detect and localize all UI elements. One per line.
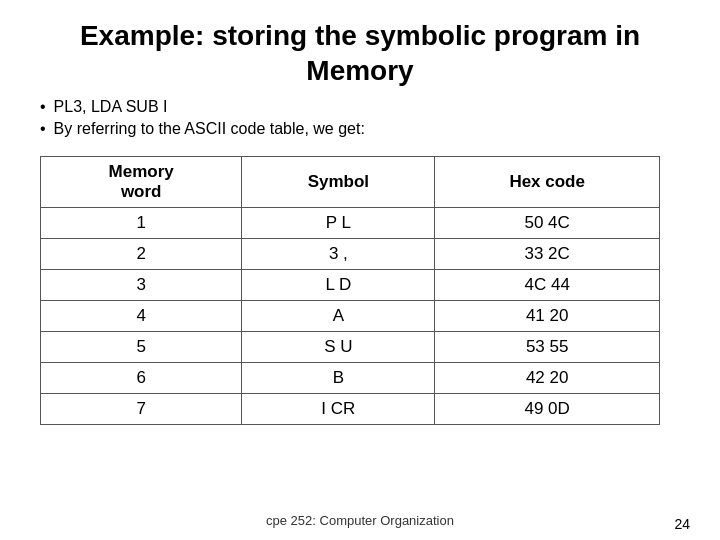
footer: cpe 252: Computer Organization <box>0 513 720 532</box>
table-header-row: Memoryword Symbol Hex code <box>41 157 660 208</box>
footer-page-number: 24 <box>674 516 690 532</box>
cell-symbol: P L <box>242 208 435 239</box>
cell-memory-word: 4 <box>41 301 242 332</box>
cell-memory-word: 1 <box>41 208 242 239</box>
cell-hex-code: 50 4C <box>435 208 660 239</box>
cell-memory-word: 5 <box>41 332 242 363</box>
cell-symbol: A <box>242 301 435 332</box>
table-row: 3L D4C 44 <box>41 270 660 301</box>
table-row: 6B42 20 <box>41 363 660 394</box>
bullet-dot-2: • <box>40 120 46 138</box>
cell-memory-word: 7 <box>41 394 242 425</box>
cell-symbol: 3 , <box>242 239 435 270</box>
cell-hex-code: 41 20 <box>435 301 660 332</box>
cell-memory-word: 6 <box>41 363 242 394</box>
cell-hex-code: 53 55 <box>435 332 660 363</box>
slide-title: Example: storing the symbolic program in… <box>30 18 690 88</box>
table-row: 7I CR49 0D <box>41 394 660 425</box>
cell-symbol: B <box>242 363 435 394</box>
bullet-text-1: PL3, LDA SUB I <box>54 98 168 116</box>
cell-memory-word: 2 <box>41 239 242 270</box>
cell-symbol: I CR <box>242 394 435 425</box>
page: Example: storing the symbolic program in… <box>0 0 720 540</box>
bullet-text-2: By referring to the ASCII code table, we… <box>54 120 365 138</box>
table-row: 23 ,33 2C <box>41 239 660 270</box>
cell-hex-code: 42 20 <box>435 363 660 394</box>
table-container: Memoryword Symbol Hex code 1P L50 4C23 ,… <box>30 156 690 530</box>
memory-table: Memoryword Symbol Hex code 1P L50 4C23 ,… <box>40 156 660 425</box>
bullet-list: • PL3, LDA SUB I • By referring to the A… <box>30 98 690 142</box>
table-row: 5S U53 55 <box>41 332 660 363</box>
col-header-memory-word: Memoryword <box>41 157 242 208</box>
footer-label: cpe 252: Computer Organization <box>266 513 454 528</box>
bullet-item-1: • PL3, LDA SUB I <box>40 98 690 116</box>
cell-hex-code: 33 2C <box>435 239 660 270</box>
col-header-hex-code: Hex code <box>435 157 660 208</box>
bullet-dot-1: • <box>40 98 46 116</box>
cell-hex-code: 4C 44 <box>435 270 660 301</box>
cell-hex-code: 49 0D <box>435 394 660 425</box>
table-row: 1P L50 4C <box>41 208 660 239</box>
col-header-symbol: Symbol <box>242 157 435 208</box>
bullet-item-2: • By referring to the ASCII code table, … <box>40 120 690 138</box>
cell-memory-word: 3 <box>41 270 242 301</box>
cell-symbol: L D <box>242 270 435 301</box>
table-row: 4A41 20 <box>41 301 660 332</box>
cell-symbol: S U <box>242 332 435 363</box>
